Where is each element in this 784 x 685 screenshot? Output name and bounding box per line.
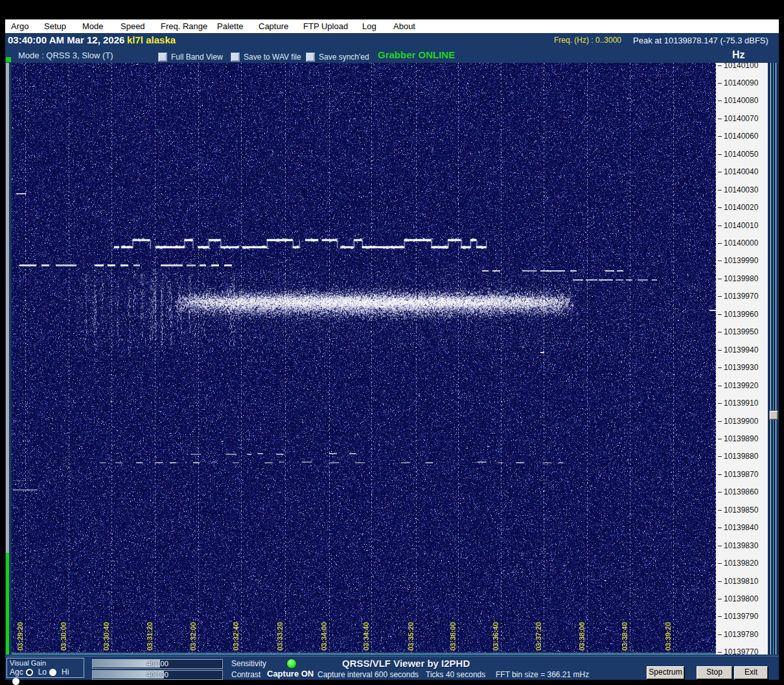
sensitivity-label: Sensitivity bbox=[231, 659, 266, 668]
checkbox-group-save-to-wav-file: Save to WAV file bbox=[231, 51, 301, 60]
menu-item-about[interactable]: About bbox=[393, 19, 415, 33]
freq-scale-label: 10140100 bbox=[724, 63, 758, 70]
radio-label-lo: Lo bbox=[38, 668, 47, 677]
control-bar: Visual Gain AgcLoHi 40/100 40/100 Sensit… bbox=[5, 656, 779, 680]
ticks-info: Ticks 40 seconds bbox=[426, 670, 485, 679]
station-callsign: kl7l alaska bbox=[127, 34, 176, 45]
freq-scale-label: 10140070 bbox=[724, 115, 758, 123]
freq-scale-label: 10140050 bbox=[724, 150, 758, 159]
checkbox-label: Save to WAV file bbox=[244, 52, 301, 62]
frequency-scrollbar[interactable] bbox=[768, 63, 779, 655]
radio-label-hi: Hi bbox=[62, 668, 69, 677]
menu-item-setup[interactable]: Setup bbox=[44, 19, 66, 33]
menu-item-speed[interactable]: Speed bbox=[121, 19, 145, 33]
menu-item-mode[interactable]: Mode bbox=[82, 19, 104, 33]
freq-scale-label: 10140060 bbox=[724, 132, 758, 141]
peak-readout: Peak at 10139878.147 (-75.3 dBFS) bbox=[633, 36, 768, 45]
freq-scale-label: 10140090 bbox=[724, 79, 758, 87]
spectrum-button[interactable]: Spectrum bbox=[647, 666, 684, 679]
freq-scale-label: 10139890 bbox=[724, 435, 758, 443]
scrollbar-track[interactable] bbox=[770, 63, 776, 655]
visual-gain-label: Visual Gain bbox=[10, 659, 46, 667]
menu-item-ftp-upload[interactable]: FTP Upload bbox=[303, 19, 348, 33]
freq-scale-label: 10139950 bbox=[724, 328, 758, 336]
freq-scale-label: 10140000 bbox=[724, 239, 758, 248]
checkbox-save-to-wav-file[interactable] bbox=[231, 52, 240, 62]
freq-scale-label: 10139960 bbox=[724, 310, 758, 319]
menu-item-capture[interactable]: Capture bbox=[259, 19, 288, 33]
fft-bin-info: FFT bin size = 366.21 mHz bbox=[496, 670, 589, 679]
capture-interval-info: Capture interval 600 seconds bbox=[317, 670, 419, 679]
freq-scale-label: 10139840 bbox=[724, 524, 758, 532]
freq-scale-label: 10139800 bbox=[724, 595, 758, 603]
freq-scale-label: 10139940 bbox=[724, 346, 758, 354]
freq-scale-label: 10139990 bbox=[724, 257, 758, 265]
freq-scale-label: 10139780 bbox=[724, 631, 758, 639]
freq-scale-label: 10139850 bbox=[724, 506, 758, 515]
waterfall-display bbox=[12, 63, 716, 655]
app-window: ArgoSetupModeSpeedFreq. RangePaletteCapt… bbox=[5, 19, 779, 679]
freq-scale-label: 10139930 bbox=[724, 364, 758, 372]
sensitivity-slider[interactable]: 40/100 bbox=[92, 659, 223, 669]
clock-readout: 03:40:00 AM Mar 12, 2026 bbox=[8, 34, 124, 45]
freq-scale-label: 10140080 bbox=[724, 97, 758, 105]
mode-label: Mode : QRSS 3, Slow (T) bbox=[18, 51, 113, 60]
capture-status: Capture ON bbox=[267, 669, 314, 679]
freq-scale-label: 10140030 bbox=[724, 186, 758, 194]
freq-scale-label: 10139920 bbox=[724, 382, 758, 390]
freq-scale-label: 10139790 bbox=[724, 612, 758, 621]
menu-item-freq-range[interactable]: Freq. Range bbox=[161, 19, 207, 33]
contrast-label: Contrast bbox=[231, 670, 260, 679]
main-area: 1014010010140090101400801014007010140060… bbox=[5, 63, 779, 655]
meter-led bbox=[6, 57, 11, 62]
freq-scale-label: 10140040 bbox=[724, 168, 758, 176]
radio-lo[interactable] bbox=[49, 669, 56, 676]
menu-item-log[interactable]: Log bbox=[362, 19, 376, 33]
freq-scale-label: 10139770 bbox=[724, 648, 758, 655]
checkbox-full-band-view[interactable] bbox=[158, 52, 167, 62]
checkbox-save-synch-ed[interactable] bbox=[306, 52, 315, 62]
app-title: QRSS/VLF Viewer by I2PHD bbox=[342, 658, 470, 669]
mode-bar: Mode : QRSS 3, Slow (T) Full Band ViewSa… bbox=[5, 48, 779, 63]
capture-led-icon bbox=[286, 658, 297, 669]
hz-unit-label: Hz bbox=[732, 49, 745, 61]
meter-track bbox=[6, 63, 9, 553]
visual-gain-group: Visual Gain AgcLoHi bbox=[6, 658, 84, 678]
scrollbar-handle[interactable] bbox=[769, 410, 778, 420]
contrast-slider[interactable]: 40/100 bbox=[92, 670, 223, 680]
frequency-scale: 1014010010140090101400801014007010140060… bbox=[716, 63, 768, 655]
checkbox-label: Full Band View bbox=[171, 52, 223, 62]
freq-scale-label: 10139900 bbox=[724, 417, 758, 426]
radio-agc[interactable] bbox=[26, 669, 33, 676]
freq-scale-label: 10139860 bbox=[724, 488, 758, 496]
checkbox-group-full-band-view: Full Band View bbox=[158, 51, 223, 60]
freq-scale-label: 10139830 bbox=[724, 542, 758, 550]
freq-scale-label: 10139970 bbox=[724, 292, 758, 301]
freq-scale-label: 10139910 bbox=[724, 399, 758, 408]
menu-item-palette[interactable]: Palette bbox=[217, 19, 243, 33]
checkbox-label: Save synch'ed bbox=[319, 52, 369, 62]
exit-button[interactable]: Exit bbox=[734, 666, 768, 679]
title-bar: 03:40:00 AM Mar 12, 2026 kl7l alaska Fre… bbox=[5, 33, 779, 48]
freq-scale-label: 10139810 bbox=[724, 577, 758, 586]
freq-scale-label: 10140010 bbox=[724, 222, 758, 230]
menu-bar: ArgoSetupModeSpeedFreq. RangePaletteCapt… bbox=[5, 19, 779, 33]
freq-scale-label: 10139880 bbox=[724, 452, 758, 461]
radio-label-agc: Agc bbox=[10, 668, 23, 677]
level-meter bbox=[5, 63, 12, 655]
meter-fill bbox=[6, 553, 9, 655]
freq-scale-label: 10139870 bbox=[724, 470, 758, 479]
radio-hi[interactable] bbox=[12, 678, 19, 685]
freq-scale-label: 10139980 bbox=[724, 275, 758, 283]
menu-item-argo[interactable]: Argo bbox=[11, 19, 29, 33]
screen: ArgoSetupModeSpeedFreq. RangePaletteCapt… bbox=[0, 0, 784, 685]
checkbox-group-save-synch-ed: Save synch'ed bbox=[306, 51, 369, 60]
freq-scale-label: 10140020 bbox=[724, 203, 758, 212]
stop-button[interactable]: Stop bbox=[697, 666, 732, 679]
freq-range-readout: Freq. (Hz) : 0..3000 bbox=[554, 36, 621, 45]
freq-scale-label: 10139820 bbox=[724, 559, 758, 568]
grabber-status: Grabber ONLINE bbox=[378, 49, 455, 60]
